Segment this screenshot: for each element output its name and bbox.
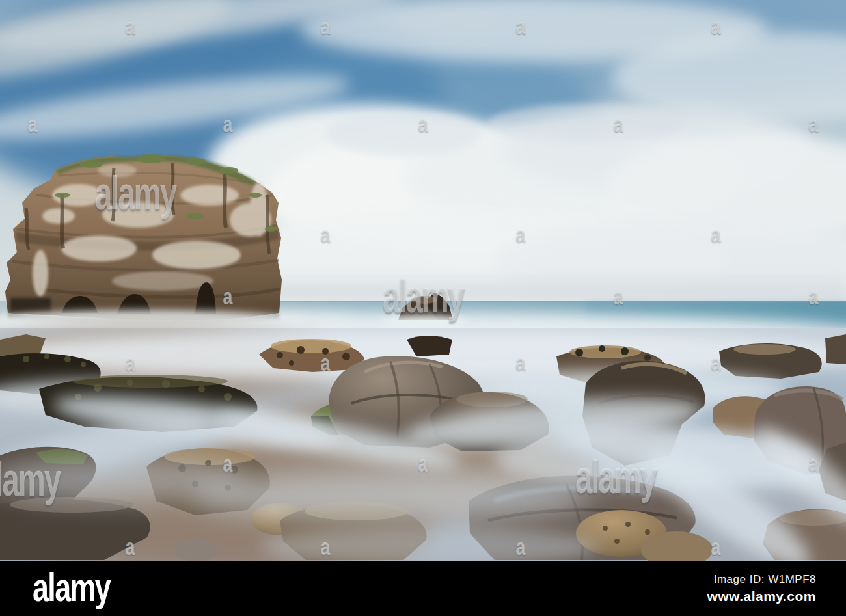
alamy-logo: alamy [33,567,110,606]
image-id-text: Image ID: W1MPF8 [707,573,816,586]
stock-photo: aaaaaaaaaaaaaaaaaaaaaaaaaaalamyalamyalam… [0,0,846,561]
alamy-stock-photo-preview: aaaaaaaaaaaaaaaaaaaaaaaaaaalamyalamyalam… [0,0,846,616]
footer-meta: Image ID: W1MPF8 www.alamy.com [707,573,816,604]
footer-bar: alamy Image ID: W1MPF8 www.alamy.com [0,561,846,616]
alamy-url-text: www.alamy.com [707,589,816,604]
seascape-illustration [0,0,846,561]
